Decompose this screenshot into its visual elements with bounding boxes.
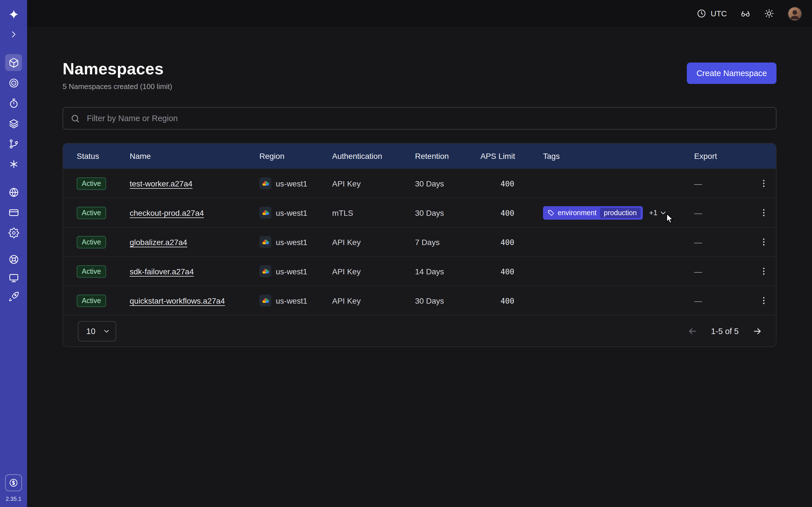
row-menu-button[interactable] [755,263,772,280]
gcp-cloud-icon [259,295,271,306]
layers-icon [8,118,19,129]
namespace-link[interactable]: globalizer.a27a4 [130,237,187,246]
namespace-link[interactable]: checkout-prod.a27a4 [130,208,204,217]
sidebar-expand-button[interactable] [5,26,22,43]
region-label: us-west1 [276,208,307,217]
next-page-button[interactable] [752,326,762,336]
target-icon [8,77,19,88]
aps-limit-value: 400 [480,208,543,217]
app-window: 2.35.1 UTC Namespaces [0,0,812,507]
status-badge: Active [77,207,106,219]
auth-label: API Key [332,237,415,246]
row-menu-button[interactable] [755,233,772,250]
aps-limit-value: 400 [480,237,543,246]
app-version: 2.35.1 [6,496,21,502]
table-footer: 10 1-5 of 5 [63,315,776,346]
rocket-icon [8,291,19,302]
sidebar-item-nexus[interactable] [5,156,22,172]
sidebar-item-layers[interactable] [5,115,22,132]
auth-label: API Key [332,179,415,188]
status-badge: Active [77,177,106,189]
arrow-right-icon [752,326,762,336]
export-value: — [694,267,751,276]
column-header-region: Region [259,152,332,161]
tags-more-button[interactable]: +1 [649,209,667,217]
column-header-retention: Retention [415,152,480,161]
row-menu-button[interactable] [755,175,772,192]
topbar: UTC [27,0,812,27]
status-badge: Active [77,294,106,307]
tag-key: environment [558,209,597,217]
kebab-icon [759,208,768,217]
labs-toggle-button[interactable] [741,8,751,18]
export-value: — [694,179,751,188]
page-title: Namespaces [63,60,172,78]
sidebar-item-billing[interactable] [5,204,22,221]
cube-icon [8,57,19,68]
chevron-down-icon [659,209,667,217]
gcp-cloud-icon [259,177,271,189]
auth-label: API Key [332,296,415,305]
filter-bar [63,107,776,129]
sidebar-item-namespaces[interactable] [5,54,22,71]
tags-more-count: +1 [649,209,658,217]
page-subtitle: 5 Namespaces created (100 limit) [63,82,172,91]
aps-limit-value: 400 [480,179,543,188]
kebab-icon [759,267,768,276]
page-size-select[interactable]: 10 [78,321,116,341]
timezone-label: UTC [711,9,727,18]
region-label: us-west1 [276,237,307,246]
row-menu-button[interactable] [755,204,772,221]
row-menu-button[interactable] [755,292,772,309]
monitor-icon [8,272,19,283]
search-icon [70,114,80,123]
region-label: us-west1 [276,296,307,305]
create-namespace-button[interactable]: Create Namespace [687,62,776,84]
filter-input[interactable] [86,113,769,123]
export-value: — [694,296,751,305]
namespaces-table: Status Name Region Authentication Retent… [63,143,776,347]
sidebar-item-globe[interactable] [5,184,22,201]
tag-value: production [600,208,641,218]
namespace-link[interactable]: sdk-failover.a27a4 [130,267,194,276]
sidebar-item-settings[interactable] [5,224,22,241]
table-row: Active quickstart-workflows.a27a4 us-wes… [63,286,776,315]
table-header-row: Status Name Region Authentication Retent… [63,144,776,168]
auth-label: API Key [332,267,415,276]
user-avatar[interactable] [788,6,802,20]
sidebar-item-target[interactable] [5,74,22,91]
column-header-authentication: Authentication [332,152,415,161]
retention-label: 14 Days [415,267,480,276]
glasses-icon [741,8,751,18]
dollar-icon [8,478,18,488]
theme-toggle-button[interactable] [764,8,774,18]
namespace-link[interactable]: quickstart-workflows.a27a4 [130,296,225,305]
export-value: — [694,208,751,217]
gear-icon [8,227,19,238]
sidebar-item-support[interactable] [5,251,22,268]
sidebar-item-workflows[interactable] [5,135,22,152]
sidebar-item-timer[interactable] [5,95,22,112]
gcp-cloud-icon [259,207,271,219]
timezone-selector[interactable]: UTC [696,8,727,18]
namespace-link[interactable]: test-worker.a27a4 [130,179,193,188]
previous-page-button[interactable] [688,326,698,336]
sidebar: 2.35.1 [0,0,27,507]
globe-icon [8,187,19,198]
clock-icon [696,8,707,18]
gcp-cloud-icon [259,236,271,248]
kebab-icon [759,237,768,247]
kebab-icon [759,179,768,188]
sidebar-item-getting-started[interactable] [5,288,22,305]
sidebar-usage-button[interactable] [5,474,22,491]
kebab-icon [759,296,768,305]
table-row: Active sdk-failover.a27a4 us-west1 API K… [63,256,776,286]
chevron-down-icon [103,327,110,335]
sidebar-item-docs[interactable] [5,269,22,286]
retention-label: 7 Days [415,237,480,246]
region-label: us-west1 [276,267,307,276]
asterisk-icon [8,159,19,169]
column-header-name: Name [130,152,259,161]
tag-pill[interactable]: environment production [543,206,643,219]
column-header-status: Status [63,152,130,161]
